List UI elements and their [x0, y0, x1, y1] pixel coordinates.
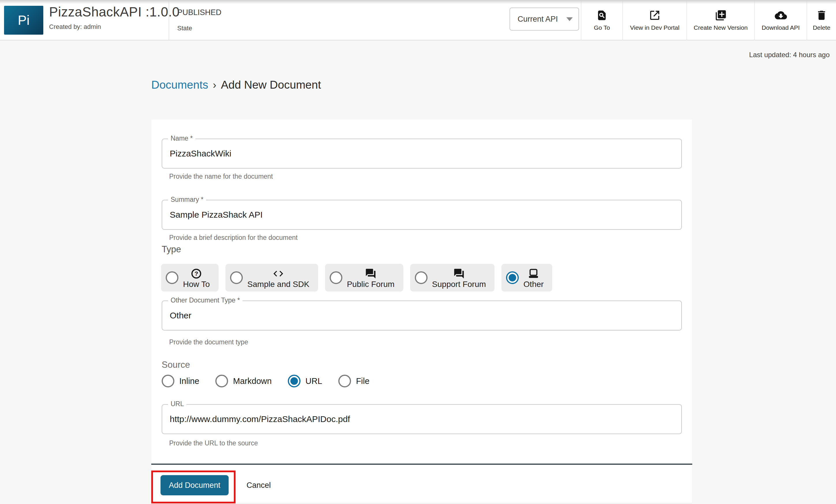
trash-icon — [816, 9, 828, 21]
name-field-label: Name * — [168, 135, 195, 142]
delete-label: Delete — [813, 24, 831, 31]
type-option-how-to[interactable]: ? How To — [161, 264, 218, 292]
code-icon — [272, 268, 284, 279]
go-to-button[interactable]: Go To — [581, 0, 622, 40]
source-option-file[interactable]: File — [338, 375, 369, 387]
type-option-other[interactable]: Other — [501, 264, 552, 292]
view-in-dev-portal-label: View in Dev Portal — [630, 24, 679, 31]
other-document-type-helper-text: Provide the document type — [169, 338, 248, 346]
name-field: Name * — [162, 139, 682, 169]
source-option-markdown[interactable]: Markdown — [215, 375, 272, 387]
source-option-label: File — [356, 376, 369, 386]
url-input[interactable] — [162, 405, 681, 433]
type-options-group: ? How To Sample and SDK Public Forum — [161, 264, 552, 292]
go-to-label: Go To — [594, 24, 610, 31]
breadcrumb: Documents › Add New Document — [151, 78, 321, 91]
last-updated-text: Last updated: 4 hours ago — [749, 51, 830, 59]
type-option-label: Support Forum — [432, 280, 486, 289]
delete-button[interactable]: Delete — [806, 0, 836, 40]
form-footer-divider — [151, 464, 692, 465]
radio-markdown[interactable] — [215, 375, 228, 387]
cancel-button[interactable]: Cancel — [247, 475, 271, 495]
api-header: Pi PizzaShackAPI :1.0.0 Created by: admi… — [0, 0, 836, 40]
version-select[interactable]: Current API — [510, 7, 579, 31]
radio-file[interactable] — [338, 375, 351, 387]
radio-how-to[interactable] — [166, 271, 178, 284]
source-option-inline[interactable]: Inline — [162, 375, 199, 387]
download-api-label: Download API — [762, 24, 800, 31]
other-document-type-input[interactable] — [162, 301, 681, 330]
lifecycle-state-block: PUBLISHED State — [177, 8, 222, 32]
search-document-icon — [596, 9, 608, 21]
radio-url[interactable] — [288, 375, 301, 387]
radio-support-forum[interactable] — [415, 271, 428, 284]
header-actions: Go To View in Dev Portal Create New Vers… — [581, 0, 836, 40]
type-section-heading: Type — [162, 244, 181, 255]
download-api-button[interactable]: Download API — [754, 0, 806, 40]
type-option-public-forum[interactable]: Public Forum — [325, 264, 403, 292]
url-field: URL — [162, 404, 682, 434]
create-new-version-label: Create New Version — [694, 24, 748, 31]
other-document-type-field: Other Document Type * — [162, 301, 682, 330]
source-option-label: Markdown — [233, 376, 272, 386]
type-option-support-forum[interactable]: Support Forum — [410, 264, 495, 292]
api-created-by: Created by: admin — [49, 23, 179, 31]
source-options-group: Inline Markdown URL File — [162, 375, 369, 387]
breadcrumb-documents-link[interactable]: Documents — [151, 78, 208, 91]
type-option-label: How To — [183, 280, 210, 289]
type-option-other-content: Other — [524, 267, 544, 289]
source-option-url[interactable]: URL — [288, 375, 322, 387]
source-section-heading: Source — [162, 360, 190, 370]
type-option-label: Other — [524, 280, 544, 289]
name-input[interactable] — [162, 139, 681, 168]
header-divider — [169, 0, 169, 40]
view-in-dev-portal-button[interactable]: View in Dev Portal — [622, 0, 686, 40]
source-option-label: URL — [305, 376, 322, 386]
forum-icon — [365, 268, 376, 279]
help-icon: ? — [191, 268, 202, 279]
api-title-block: PizzaShackAPI :1.0.0 Created by: admin — [49, 4, 179, 31]
summary-helper-text: Provide a brief description for the docu… — [169, 234, 298, 241]
type-option-support-forum-content: Support Forum — [432, 267, 486, 289]
radio-other[interactable] — [506, 271, 519, 284]
api-thumbnail: Pi — [4, 6, 43, 35]
radio-sample-and-sdk[interactable] — [230, 271, 243, 284]
cloud-download-icon — [775, 9, 787, 21]
source-option-label: Inline — [179, 376, 199, 386]
computer-icon — [528, 268, 539, 279]
radio-public-forum[interactable] — [330, 271, 342, 284]
lifecycle-state-label: State — [177, 24, 222, 32]
api-title: PizzaShackAPI :1.0.0 — [49, 4, 179, 20]
type-option-sample-and-sdk[interactable]: Sample and SDK — [225, 264, 318, 292]
url-helper-text: Provide the URL to the source — [169, 439, 258, 447]
create-new-version-button[interactable]: Create New Version — [686, 0, 754, 40]
type-option-label: Sample and SDK — [247, 280, 309, 289]
chevron-down-icon — [566, 17, 573, 21]
type-option-how-to-content: ? How To — [183, 267, 210, 289]
breadcrumb-separator: › — [213, 79, 216, 91]
version-select-value: Current API — [518, 15, 558, 24]
page-title: Add New Document — [221, 78, 321, 91]
add-document-form-card: Name * Provide the name for the document… — [151, 119, 692, 503]
summary-field-label: Summary * — [168, 196, 206, 203]
type-option-public-forum-content: Public Forum — [347, 267, 395, 289]
open-in-new-icon — [649, 9, 661, 21]
type-option-sample-content: Sample and SDK — [247, 267, 309, 289]
summary-field: Summary * — [162, 200, 682, 230]
url-field-label: URL — [168, 400, 187, 408]
other-document-type-label: Other Document Type * — [168, 296, 243, 304]
svg-text:?: ? — [194, 270, 198, 277]
forum-icon — [453, 268, 465, 279]
api-thumbnail-label: Pi — [18, 13, 30, 28]
summary-input[interactable] — [162, 200, 681, 229]
type-option-label: Public Forum — [347, 280, 395, 289]
add-document-button[interactable]: Add Document — [160, 475, 229, 495]
library-add-icon — [715, 9, 727, 21]
radio-inline[interactable] — [162, 375, 174, 387]
name-helper-text: Provide the name for the document — [169, 173, 273, 180]
lifecycle-state: PUBLISHED — [177, 8, 222, 17]
